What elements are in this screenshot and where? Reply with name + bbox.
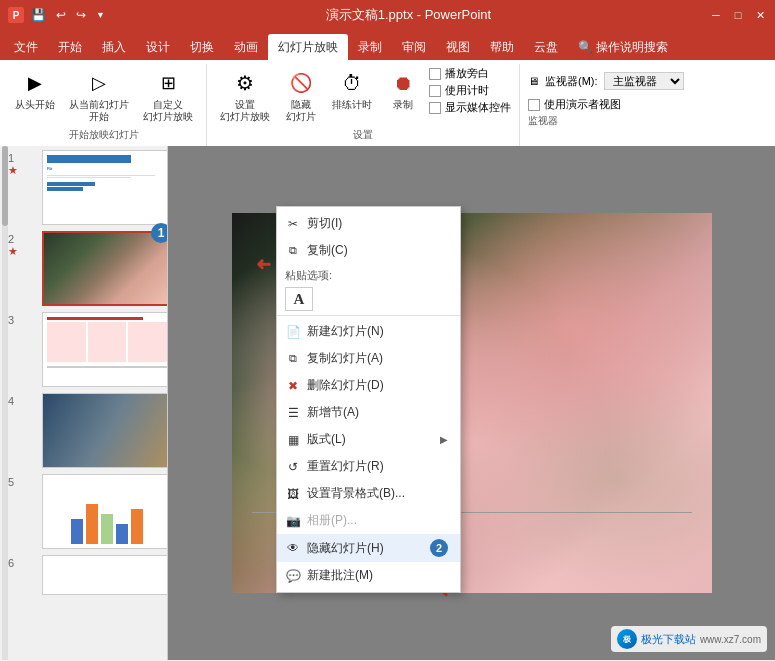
tab-record[interactable]: 录制 xyxy=(348,34,392,60)
reset-slide-label: 重置幻灯片(R) xyxy=(307,458,448,475)
context-menu-hide-slide[interactable]: 👁 隐藏幻灯片(H) 2 xyxy=(277,534,460,562)
slide-star-2: ★ xyxy=(8,245,18,258)
bg-format-label: 设置背景格式(B)... xyxy=(307,485,448,502)
tab-insert[interactable]: 插入 xyxy=(92,34,136,60)
new-slide-label: 新建幻灯片(N) xyxy=(307,323,448,340)
monitor-group-label: 监视器 xyxy=(528,114,558,128)
watermark-url: www.xz7.com xyxy=(700,634,761,645)
album-label: 相册(P)... xyxy=(307,512,448,529)
dup-slide-icon: ⧉ xyxy=(285,351,301,367)
start-from-beginning-button[interactable]: ▶ 从头开始 xyxy=(10,64,60,114)
window-title: 演示文稿1.pptx - PowerPoint xyxy=(326,6,491,24)
start-from-current-icon: ▷ xyxy=(83,67,115,99)
slide-number-3: 3 xyxy=(8,314,14,326)
context-menu-del-slide[interactable]: ✖ 删除幻灯片(D) xyxy=(277,372,460,399)
monitor-select[interactable]: 主监视器 xyxy=(604,72,684,90)
slide-number-2: 2 xyxy=(8,233,14,245)
tab-help[interactable]: 帮助 xyxy=(480,34,524,60)
tab-slideshow[interactable]: 幻灯片放映 xyxy=(268,34,348,60)
watermark-logo: 极 xyxy=(617,629,637,649)
context-menu-copy[interactable]: ⧉ 复制(C) xyxy=(277,237,460,264)
use-timings-checkbox[interactable]: 使用计时 xyxy=(429,83,511,98)
context-menu-cut[interactable]: ✂ 剪切(I) xyxy=(277,210,460,237)
narration-checkbox-box xyxy=(429,68,441,80)
redo-quickaccess-icon[interactable]: ↪ xyxy=(73,6,89,24)
add-section-label: 新增节(A) xyxy=(307,404,448,421)
save-quickaccess-icon[interactable]: 💾 xyxy=(28,6,49,24)
tab-search[interactable]: 🔍 操作说明搜索 xyxy=(568,34,678,60)
minimize-button[interactable]: ─ xyxy=(709,8,723,22)
record-button[interactable]: ⏺ 录制 xyxy=(381,64,425,114)
narration-checkbox[interactable]: 播放旁白 xyxy=(429,66,511,81)
copy-label: 复制(C) xyxy=(307,242,448,259)
hide-slide-ribbon-icon: 🚫 xyxy=(285,67,317,99)
show-media-controls-checkbox[interactable]: 显示媒体控件 xyxy=(429,100,511,115)
slide-image-3 xyxy=(42,312,168,387)
slide-thumb-2[interactable]: 2 ★ 1 xyxy=(26,231,163,306)
annotation-circle-2: 2 xyxy=(430,539,448,557)
tab-animations[interactable]: 动画 xyxy=(224,34,268,60)
slide-number-4: 4 xyxy=(8,395,14,407)
slide-panel[interactable]: 1 ★ Rit 2 xyxy=(0,146,168,660)
tab-cloud[interactable]: 云盘 xyxy=(524,34,568,60)
hide-slide-ribbon-label: 隐藏幻灯片 xyxy=(286,99,316,123)
tab-review[interactable]: 审阅 xyxy=(392,34,436,60)
paste-formatted-icon[interactable]: A xyxy=(285,287,313,311)
monitor-icon: 🖥 xyxy=(528,75,539,87)
context-menu-layout[interactable]: ▦ 版式(L) ▶ xyxy=(277,426,460,453)
context-menu-reset-slide[interactable]: ↺ 重置幻灯片(R) xyxy=(277,453,460,480)
show-media-controls-checkbox-box xyxy=(429,102,441,114)
customize-quickaccess-icon[interactable]: ▼ xyxy=(93,8,108,22)
context-menu: ✂ 剪切(I) ⧉ 复制(C) 粘贴选项: A 📄 新建幻灯片(N) xyxy=(276,206,461,593)
context-menu-album[interactable]: 📷 相册(P)... xyxy=(277,507,460,534)
tab-view[interactable]: 视图 xyxy=(436,34,480,60)
custom-slideshow-button[interactable]: ⊞ 自定义幻灯片放映 xyxy=(138,64,198,126)
context-menu-paste-section: 粘贴选项: A xyxy=(277,264,460,316)
context-menu-bg-format[interactable]: 🖼 设置背景格式(B)... xyxy=(277,480,460,507)
tab-file[interactable]: 文件 xyxy=(4,34,48,60)
slide-thumb-1[interactable]: 1 ★ Rit xyxy=(26,150,163,225)
context-menu-new-slide[interactable]: 📄 新建幻灯片(N) xyxy=(277,318,460,345)
use-timings-checkbox-box xyxy=(429,85,441,97)
custom-slideshow-icon: ⊞ xyxy=(152,67,184,99)
ribbon-tabs: 文件 开始 插入 设计 切换 动画 幻灯片放映 录制 审阅 视图 帮助 云盘 🔍… xyxy=(0,30,775,60)
rehearse-timings-icon: ⏱ xyxy=(336,67,368,99)
content-area: ✂ 剪切(I) ⧉ 复制(C) 粘贴选项: A 📄 新建幻灯片(N) xyxy=(168,146,775,660)
tab-design[interactable]: 设计 xyxy=(136,34,180,60)
context-menu-new-comment[interactable]: 💬 新建批注(M) xyxy=(277,562,460,589)
copy-icon: ⧉ xyxy=(285,243,301,259)
rehearse-timings-button[interactable]: ⏱ 排练计时 xyxy=(327,64,377,114)
monitor-label: 监视器(M): xyxy=(545,74,598,89)
slide-thumb-4[interactable]: 4 xyxy=(26,393,163,468)
cut-label: 剪切(I) xyxy=(307,215,448,232)
tab-transitions[interactable]: 切换 xyxy=(180,34,224,60)
setup-slideshow-button[interactable]: ⚙ 设置幻灯片放映 xyxy=(215,64,275,126)
reset-slide-icon: ↺ xyxy=(285,459,301,475)
title-bar: P 💾 ↩ ↪ ▼ 演示文稿1.pptx - PowerPoint ─ □ ✕ xyxy=(0,0,775,30)
context-menu-dup-slide[interactable]: ⧉ 复制幻灯片(A) xyxy=(277,345,460,372)
hide-slide-ribbon-button[interactable]: 🚫 隐藏幻灯片 xyxy=(279,64,323,126)
start-slideshow-buttons: ▶ 从头开始 ▷ 从当前幻灯片开始 ⊞ 自定义幻灯片放映 xyxy=(10,64,198,126)
paste-options-label: 粘贴选项: xyxy=(285,268,452,283)
ribbon-group-monitor: 🖥 监视器(M): 主监视器 使用演示者视图 监视器 xyxy=(520,64,692,146)
slide-thumb-5[interactable]: 5 xyxy=(26,474,163,549)
hide-slide-ctx-label: 隐藏幻灯片(H) xyxy=(307,540,424,557)
maximize-button[interactable]: □ xyxy=(731,8,745,22)
start-slideshow-group-label: 开始放映幻灯片 xyxy=(69,128,139,142)
slide-image-6 xyxy=(42,555,168,595)
slide-thumb-6[interactable]: 6 xyxy=(26,555,163,595)
setup-slideshow-icon: ⚙ xyxy=(229,67,261,99)
slide-thumb-3[interactable]: 3 xyxy=(26,312,163,387)
start-from-current-button[interactable]: ▷ 从当前幻灯片开始 xyxy=(64,64,134,126)
context-menu-add-section[interactable]: ☰ 新增节(A) xyxy=(277,399,460,426)
presenter-view-checkbox[interactable]: 使用演示者视图 xyxy=(528,97,684,112)
custom-slideshow-label: 自定义幻灯片放映 xyxy=(143,99,193,123)
new-comment-label: 新建批注(M) xyxy=(307,567,448,584)
paste-icons-row: A xyxy=(285,287,452,311)
tab-home[interactable]: 开始 xyxy=(48,34,92,60)
close-button[interactable]: ✕ xyxy=(753,8,767,22)
new-slide-icon: 📄 xyxy=(285,324,301,340)
undo-quickaccess-icon[interactable]: ↩ xyxy=(53,6,69,24)
slide-image-4 xyxy=(42,393,168,468)
start-from-beginning-icon: ▶ xyxy=(19,67,51,99)
